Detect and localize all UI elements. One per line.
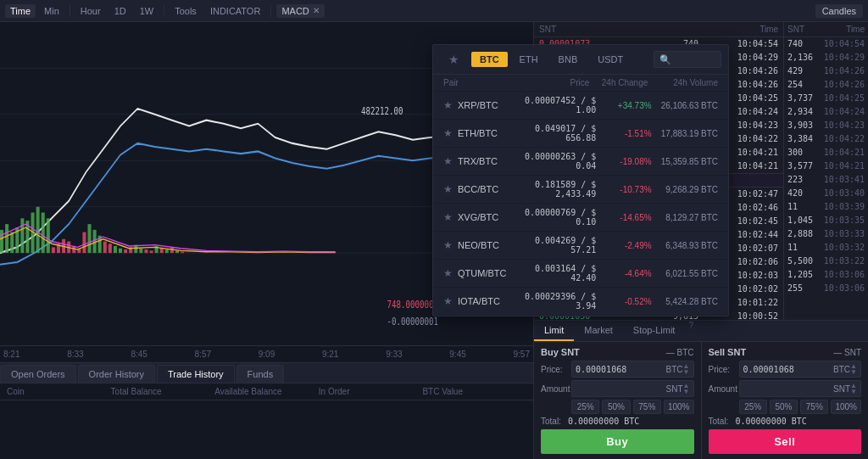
buy-price-input[interactable] <box>576 365 666 374</box>
dropdown-pair-row[interactable]: ★ XRP/BTC 0.00007452 / $ 1.00 +34.73% 26… <box>433 92 728 120</box>
buy-panel-header: Buy SNT — BTC <box>541 347 694 357</box>
sell-pct-100[interactable]: 100% <box>831 400 861 414</box>
star-icon[interactable]: ★ <box>443 99 453 111</box>
star-icon[interactable]: ★ <box>443 183 453 195</box>
sell-amount-input[interactable] <box>743 384 834 394</box>
star-icon[interactable]: ★ <box>443 239 453 251</box>
snt-row: 420 10:03:40 <box>784 187 868 200</box>
snt-row: 11 10:03:39 <box>784 200 868 214</box>
snt-row: 223 10:03:41 <box>784 173 868 187</box>
toolbar-min[interactable]: Min <box>39 4 64 18</box>
funds-col-inorder: In Order <box>319 387 423 396</box>
pair-volume: 6,348.93 BTC <box>652 241 718 250</box>
xaxis-label-5: 9:21 <box>322 350 338 359</box>
snt-val: 3,903 <box>787 120 813 132</box>
pair-dropdown[interactable]: ★ BTC ETH BNB USDT Pair Price 24h Change… <box>432 44 729 316</box>
buy-total-label: Total: <box>541 417 568 426</box>
star-icon[interactable]: ★ <box>443 295 453 307</box>
toolbar-indicator[interactable]: INDICATOR <box>205 4 266 18</box>
dropdown-tab-eth[interactable]: ETH <box>511 52 547 67</box>
tab-open-orders[interactable]: Open Orders <box>0 365 76 383</box>
dropdown-pair-row[interactable]: ★ ETH/BTC 0.049017 / $ 656.88 -1.51% 17,… <box>433 120 728 148</box>
toolbar-1w[interactable]: 1W <box>135 4 159 18</box>
toolbar-time[interactable]: Time <box>5 4 36 18</box>
buy-title: Buy SNT <box>541 347 580 357</box>
snt-header: SNT Time <box>784 22 868 37</box>
dropdown-pair-row[interactable]: ★ XVG/BTC 0.00000769 / $ 0.10 -14.65% 8,… <box>433 204 728 232</box>
buy-amount-arrows[interactable]: ▲▼ <box>683 383 690 395</box>
xaxis-label-0: 8:21 <box>3 350 19 359</box>
order-tab-help[interactable]: ? <box>688 321 693 341</box>
sell-price-input[interactable] <box>743 365 834 374</box>
buy-pct-50[interactable]: 50% <box>602 400 630 414</box>
dropdown-pair-row[interactable]: ★ BCC/BTC 0.181589 / $ 2,433.49 -10.73% … <box>433 176 728 204</box>
dropdown-search[interactable] <box>654 51 721 68</box>
candles-btn[interactable]: Candles <box>815 4 863 18</box>
dropdown-tab-bnb[interactable]: BNB <box>550 52 587 67</box>
trading-form: Limit Market Stop-Limit ? Buy SNT — BTC … <box>534 320 868 459</box>
snt-row: 740 10:04:54 <box>784 37 868 51</box>
dropdown-tab-btc[interactable]: BTC <box>471 52 508 67</box>
ob-col-time: Time <box>698 25 778 34</box>
snt-val: 2,934 <box>787 106 813 118</box>
dropdown-pair-row[interactable]: ★ TRX/BTC 0.00000263 / $ 0.04 -19.08% 15… <box>433 148 728 176</box>
dropdown-tab-usdt[interactable]: USDT <box>589 52 632 67</box>
toolbar-hour[interactable]: Hour <box>75 4 106 18</box>
dropdown-pair-row[interactable]: ★ QTUM/BTC 0.003164 / $ 42.40 -4.64% 6,0… <box>433 260 728 288</box>
buy-price-arrows[interactable]: ▲▼ <box>683 363 690 375</box>
snt-val: 740 <box>787 38 803 50</box>
xaxis-label-2: 8:45 <box>131 350 147 359</box>
buy-price-currency: BTC <box>666 365 683 374</box>
xaxis-label-4: 9:09 <box>259 350 275 359</box>
order-tab-market[interactable]: Market <box>574 321 623 341</box>
snt-val: 429 <box>787 65 803 77</box>
pair-name: XRP/BTC <box>458 100 513 110</box>
tab-funds[interactable]: Funds <box>236 365 285 383</box>
buy-amount-input[interactable] <box>576 384 666 394</box>
buy-pct-100[interactable]: 100% <box>664 400 694 414</box>
macd-close[interactable]: ✕ <box>313 6 320 15</box>
snt-val: 11 <box>787 242 798 254</box>
snt-row: 5,500 10:03:22 <box>784 255 868 268</box>
sell-price-arrows[interactable]: ▲▼ <box>850 363 857 375</box>
sell-button[interactable]: Sell <box>709 429 862 454</box>
buy-button[interactable]: Buy <box>541 429 694 454</box>
dropdown-pair-row[interactable]: ★ NEO/BTC 0.004269 / $ 57.21 -2.49% 6,34… <box>433 232 728 260</box>
sell-price-currency: BTC <box>833 365 850 374</box>
tab-order-history[interactable]: Order History <box>78 365 155 383</box>
snt-val: 223 <box>787 174 803 186</box>
order-tab-stoplimit[interactable]: Stop-Limit <box>623 321 686 341</box>
pair-name: NEO/BTC <box>458 240 513 250</box>
star-icon[interactable]: ★ <box>443 211 453 223</box>
snt-val: 420 <box>787 188 803 199</box>
toolbar-1d[interactable]: 1D <box>109 4 131 18</box>
buy-amount-input-wrap: SNT ▲▼ <box>571 380 694 397</box>
pair-name: QTUM/BTC <box>458 268 513 278</box>
sell-pct-50[interactable]: 50% <box>770 400 798 414</box>
snt-col-val: SNT <box>787 25 804 34</box>
toolbar-tools[interactable]: Tools <box>170 4 202 18</box>
toolbar-sep1 <box>70 5 70 17</box>
star-icon[interactable]: ★ <box>443 267 453 279</box>
sell-amount-arrows[interactable]: ▲▼ <box>850 383 857 395</box>
toolbar: Time Min Hour 1D 1W Tools INDICATOR MACD… <box>0 0 868 22</box>
dropdown-col-volume: 24h Volume <box>648 78 718 87</box>
sell-pct-75[interactable]: 75% <box>800 400 828 414</box>
order-tab-limit[interactable]: Limit <box>534 321 574 341</box>
dropdown-tab-favorites[interactable]: ★ <box>440 50 468 69</box>
pair-name: XVG/BTC <box>458 212 513 222</box>
dropdown-pair-row[interactable]: ★ IOTA/BTC 0.00029396 / $ 3.94 -0.52% 5,… <box>433 288 728 316</box>
snt-row: 254 10:04:26 <box>784 78 868 92</box>
sell-pct-25[interactable]: 25% <box>739 400 767 414</box>
x-axis: 8:21 8:33 8:45 8:57 9:09 9:21 9:33 9:45 … <box>0 345 533 362</box>
buy-pct-25[interactable]: 25% <box>571 400 599 414</box>
tab-trade-history[interactable]: Trade History <box>157 365 235 383</box>
svg-rect-40 <box>175 250 179 253</box>
snt-row: 300 10:04:21 <box>784 146 868 160</box>
star-icon[interactable]: ★ <box>443 127 453 139</box>
star-icon[interactable]: ★ <box>443 155 453 167</box>
dropdown-tabs: ★ BTC ETH BNB USDT <box>433 45 728 75</box>
snt-val: 255 <box>787 283 803 294</box>
buy-amount-label: Amount <box>541 384 568 394</box>
buy-pct-75[interactable]: 75% <box>633 400 661 414</box>
